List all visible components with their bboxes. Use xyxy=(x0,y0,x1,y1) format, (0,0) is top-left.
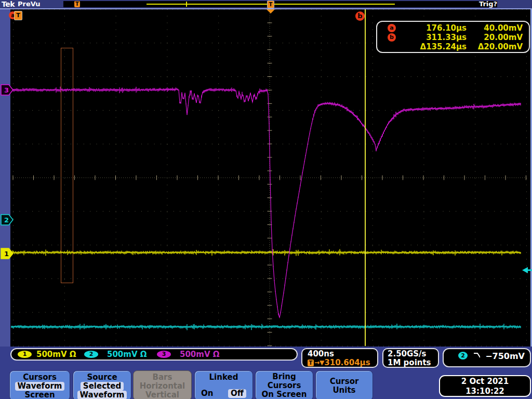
channel-3-marker-icon[interactable]: 3 xyxy=(1,84,14,96)
cursor-delta-time: Δ135.24µs xyxy=(405,42,467,51)
trigger-source-badge: 2 xyxy=(458,352,468,360)
trigger-level: −750mV xyxy=(485,351,525,361)
menu-button-bring-cursors[interactable]: Bring Cursors On Screen xyxy=(255,370,313,399)
timebase-scale: 400ns xyxy=(308,350,377,358)
record-length: 1M points xyxy=(388,358,438,367)
datetime-box: 2 Oct 2021 13:10:22 xyxy=(439,375,531,397)
channel-scale-box[interactable]: 1 500mV Ω 2 500mV Ω 3 500mV Ω xyxy=(10,348,298,361)
menu-button-source[interactable]: Source Selected Waveform xyxy=(73,370,131,399)
channel-2-marker-icon[interactable]: 2 xyxy=(1,214,14,225)
time-label: 13:10:22 xyxy=(440,387,530,396)
cursor-b-marker-icon[interactable]: b xyxy=(355,11,365,21)
cursor-delta-row: Δ135.24µs Δ20.00mV xyxy=(388,42,523,51)
bottom-bar: 1 500mV Ω 2 500mV Ω 3 500mV Ω 400ns T→▼3… xyxy=(0,347,532,399)
trigger-level-arrow-icon[interactable] xyxy=(522,266,532,274)
channel-2-scale: 500mV Ω xyxy=(107,350,147,359)
record-expansion-t-icon[interactable]: T xyxy=(267,1,274,8)
timebase-box[interactable]: 400ns T→▼310.604µs xyxy=(301,348,378,368)
cursor-a-voltage: 40.00mV xyxy=(467,23,523,33)
cursor-b-row: b 311.33µs 20.00mV xyxy=(388,33,523,42)
sample-rate: 2.50GS/s xyxy=(388,350,438,358)
channel-1-marker-icon[interactable]: 1 xyxy=(1,248,14,259)
menu-button-cursors[interactable]: Cursors Waveform Screen xyxy=(9,370,70,399)
cursor-readout-box: a 176.10µs 40.00mV b 311.33µs 20.00mV Δ1… xyxy=(376,21,530,53)
menu-button-linked[interactable]: Linked On Off xyxy=(194,370,253,399)
option-waveform[interactable]: Waveform xyxy=(15,382,65,391)
falling-edge-icon xyxy=(473,351,480,360)
cursor-a-row: a 176.10µs 40.00mV xyxy=(388,23,523,33)
option-waveform-2[interactable]: Waveform xyxy=(77,391,127,399)
trigger-offscreen-t-icon[interactable]: T xyxy=(14,11,22,20)
cursor-b-badge: b xyxy=(388,33,396,42)
delay-value: 310.604µs xyxy=(324,358,370,367)
channel-1-badge[interactable]: 1 xyxy=(18,351,32,358)
option-selected[interactable]: Selected xyxy=(81,382,124,391)
offscreen-indicators: a T xyxy=(9,11,23,20)
down-triangle-icon: ▼ xyxy=(320,358,324,367)
svg-text:3: 3 xyxy=(4,86,9,94)
topbar-divider xyxy=(0,8,532,9)
tek-logo: Tek xyxy=(2,0,15,8)
record-view-strip[interactable]: T T xyxy=(63,1,497,7)
waveform-display xyxy=(0,0,532,399)
acquisition-mode-label: PreVu xyxy=(18,0,41,8)
channel-2-badge[interactable]: 2 xyxy=(84,351,98,358)
option-vertical: Vertical xyxy=(134,391,191,399)
option-on[interactable]: On xyxy=(201,389,213,398)
cursor-a-badge: a xyxy=(388,24,396,32)
channel-3-scale: 500mV Ω xyxy=(180,350,220,359)
delay-readout: T→▼310.604µs xyxy=(308,358,377,367)
menu-button-cursor-units[interactable]: Cursor Units xyxy=(315,370,373,399)
zoom-region-rect xyxy=(61,48,73,283)
channel-3-badge[interactable]: 3 xyxy=(157,351,171,358)
trigger-status-label: Trig? xyxy=(479,0,497,8)
svg-text:1: 1 xyxy=(4,250,9,258)
record-trigger-t-icon[interactable]: T xyxy=(74,1,80,7)
cursor-b-time: 311.33µs xyxy=(405,33,467,42)
acquisition-box[interactable]: 2.50GS/s 1M points xyxy=(382,348,439,368)
option-screen[interactable]: Screen xyxy=(10,391,70,399)
delay-t-icon: T xyxy=(308,360,314,366)
option-off[interactable]: Off xyxy=(228,389,246,398)
cursor-delta-voltage: Δ20.00mV xyxy=(467,42,523,51)
top-status-bar: Tek PreVu T T Trig? xyxy=(0,0,532,8)
right-arrow-icon: → xyxy=(314,358,320,367)
cursor-b-voltage: 20.00mV xyxy=(467,33,523,42)
channel-1-scale: 500mV Ω xyxy=(36,350,76,359)
menu-button-bars: Bars Horizontal Vertical xyxy=(133,370,192,399)
date-label: 2 Oct 2021 xyxy=(440,377,530,387)
cursor-a-time: 176.10µs xyxy=(405,23,467,33)
trigger-box[interactable]: 2 −750mV xyxy=(443,348,531,367)
svg-text:2: 2 xyxy=(4,216,9,224)
record-cursor-tick xyxy=(186,2,187,7)
left-marker-gutter xyxy=(0,9,10,347)
option-horizontal: Horizontal xyxy=(134,382,191,391)
expansion-point-icon xyxy=(266,9,275,14)
oscilloscope-screen: Tek PreVu T T Trig? a T b 3 2 1 a xyxy=(0,0,532,399)
